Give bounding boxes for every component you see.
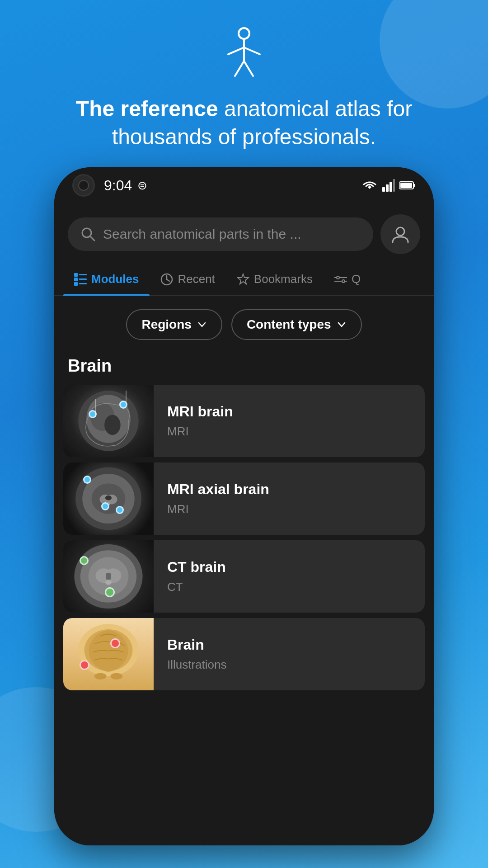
svg-point-26 [337,276,339,279]
ct-brain-title: CT brain [167,559,226,576]
svg-line-2 [228,47,244,54]
svg-rect-20 [79,278,87,280]
tab-search-label: Q [352,272,361,286]
mri-brain-card[interactable]: MRI brain MRI [63,385,425,457]
svg-line-14 [90,236,94,241]
svg-rect-16 [74,273,78,277]
list-icon [74,273,87,286]
sim-icon: ⊜ [137,179,147,193]
svg-point-0 [239,28,249,39]
mri-brain-subtitle: MRI [167,425,233,439]
brain-illustration-visual [63,618,154,690]
phone-camera-lens [78,180,89,191]
brain-illustration-image [63,618,154,690]
svg-point-53 [110,673,122,679]
svg-rect-7 [386,184,389,192]
pin-line-2 [126,391,127,404]
svg-line-5 [244,61,253,76]
regions-chevron-icon [197,320,207,330]
svg-marker-25 [238,274,249,284]
brain-illustration-subtitle: Illustrations [167,658,227,672]
regions-filter-label: Regions [141,317,191,332]
person-anatomy-icon [221,27,267,81]
brain-illustration-info: Brain Illustrations [154,618,240,690]
signal-icon [382,179,395,192]
header-section: The reference anatomical atlas for thous… [0,0,488,174]
ct-brain-subtitle: CT [167,580,226,594]
profile-icon [390,224,410,244]
tab-modules-label: Modules [91,272,139,286]
ct-brain-visual [63,540,154,613]
svg-point-41 [105,495,112,500]
mri-axial-brain-card[interactable]: MRI axial brain MRI [63,462,425,535]
mri-brain-info: MRI brain MRI [154,385,247,457]
pin-blue-3 [83,476,91,484]
mri-axial-info: MRI axial brain MRI [154,462,283,535]
content-types-filter-button[interactable]: Content types [231,309,362,340]
tab-recent[interactable]: Recent [150,263,225,295]
tab-bar: Modules Recent Bookmarks [54,263,434,296]
star-icon [237,273,249,286]
brain-section-heading: Brain [54,349,434,385]
ct-brain-info: CT brain CT [154,540,239,613]
tab-bookmarks[interactable]: Bookmarks [226,263,324,295]
brain-illustration-title: Brain [167,637,227,653]
mri-axial-visual [63,462,154,535]
tagline: The reference anatomical atlas for thous… [0,95,488,151]
svg-rect-11 [400,183,412,188]
battery-icon [399,181,416,190]
svg-line-3 [244,47,260,54]
brain-illustration-card[interactable]: Brain Illustrations [63,618,425,690]
tab-search[interactable]: Q [324,263,371,295]
pin-red-2 [110,638,120,648]
svg-rect-21 [79,283,87,284]
search-icon [80,226,96,242]
status-bar: 9:04 ⊜ [54,167,434,203]
svg-rect-19 [79,274,87,275]
svg-rect-17 [74,278,78,281]
svg-point-35 [104,415,121,435]
pin-green-2 [105,587,115,597]
ct-brain-card[interactable]: CT brain CT [63,540,425,613]
search-input[interactable]: Search anatomical parts in the ... [103,226,301,242]
pin-blue-5 [116,506,124,514]
tab-bookmarks-label: Bookmarks [254,272,313,286]
content-list: MRI brain MRI [54,385,434,690]
tagline-bold: The reference [76,97,218,121]
content-types-filter-label: Content types [247,317,331,332]
wifi-icon [361,179,378,192]
filter-row: Regions Content types [54,296,434,349]
phone-mockup: 9:04 ⊜ [54,167,434,845]
svg-point-27 [342,280,345,283]
svg-rect-48 [106,573,111,580]
pin-blue-4 [101,502,109,510]
mri-brain-title: MRI brain [167,403,233,420]
status-icons [361,179,416,192]
mri-axial-subtitle: MRI [167,502,269,516]
status-time: 9:04 [104,177,132,194]
search-input-wrapper[interactable]: Search anatomical parts in the ... [68,217,373,251]
ct-brain-image [63,540,154,613]
filter-icon [334,273,347,286]
regions-filter-button[interactable]: Regions [126,309,222,340]
tab-modules[interactable]: Modules [63,263,150,295]
svg-rect-6 [382,187,385,192]
phone-content: Search anatomical parts in the ... [54,203,434,845]
svg-line-4 [235,61,244,76]
mri-brain-image [63,385,154,457]
profile-button[interactable] [380,214,420,254]
pin-line-1 [95,399,96,417]
phone-camera [72,174,95,197]
mri-axial-image [63,462,154,535]
svg-rect-8 [389,182,392,192]
clock-icon [160,273,173,286]
svg-rect-18 [74,282,78,286]
tab-recent-label: Recent [178,272,215,286]
mri-brain-visual [63,385,154,457]
svg-line-24 [167,279,169,281]
content-types-chevron-icon [337,320,347,330]
mri-axial-title: MRI axial brain [167,481,269,498]
svg-rect-12 [413,184,415,187]
svg-point-49 [105,580,112,585]
search-bar-container: Search anatomical parts in the ... [54,203,434,263]
